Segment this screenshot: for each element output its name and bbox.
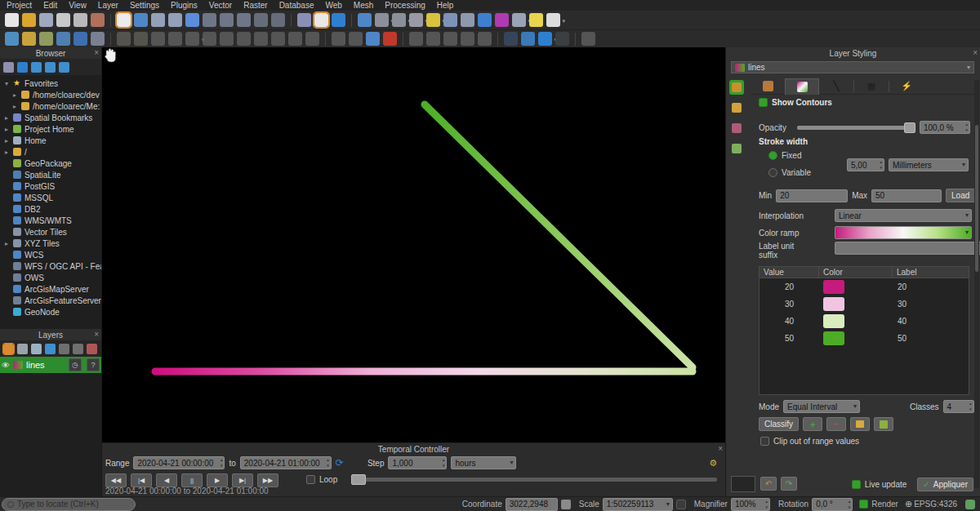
- extents-toggle-icon[interactable]: [561, 500, 571, 509]
- toggle-editing-icon[interactable]: [117, 32, 131, 46]
- skip-start-button[interactable]: |◀: [131, 473, 152, 487]
- range-end-input[interactable]: 2020-04-21 01:00:00: [240, 456, 332, 469]
- layout-manager-icon[interactable]: [74, 13, 87, 27]
- opacity-input[interactable]: 100,0 %: [920, 121, 970, 134]
- new-spatialite-layer-icon[interactable]: [39, 32, 53, 46]
- delete-selected-icon[interactable]: [220, 32, 234, 46]
- notes-indicator-icon[interactable]: ?: [87, 358, 100, 371]
- crs-value[interactable]: EPSG:4326: [914, 500, 957, 509]
- browser-item-ows[interactable]: OWS: [0, 272, 101, 283]
- add-group-icon[interactable]: [17, 344, 28, 354]
- browser-item-geopackage[interactable]: GeoPackage: [0, 158, 101, 169]
- select-features-icon[interactable]: ▾: [375, 13, 389, 27]
- expand-all-icon[interactable]: [73, 344, 83, 354]
- play-button[interactable]: ▶: [207, 473, 228, 487]
- 3d-view-tab[interactable]: [729, 100, 744, 115]
- temporal-settings-gear-icon[interactable]: ⚙: [709, 458, 717, 469]
- menu-view[interactable]: View: [69, 1, 87, 10]
- opacity-slider[interactable]: [797, 126, 915, 130]
- effects-tab[interactable]: ⚡: [889, 78, 924, 95]
- identify-features-icon[interactable]: [358, 13, 372, 27]
- browser-item-wfs-ogc-api-featu[interactable]: WFS / OGC API - Featu: [0, 260, 101, 272]
- map-canvas[interactable]: [102, 47, 725, 442]
- step-input[interactable]: 1,000: [388, 456, 447, 469]
- open-classes-file-button[interactable]: [850, 417, 870, 431]
- help-icon[interactable]: [581, 32, 595, 46]
- undo-icon[interactable]: [288, 32, 302, 46]
- new-virtual-layer-icon[interactable]: [56, 32, 70, 46]
- refresh-map-icon[interactable]: [332, 13, 345, 27]
- browser-item-project-home[interactable]: ▸Project Home: [0, 123, 101, 135]
- menu-plugins[interactable]: Plugins: [171, 1, 198, 10]
- coordinate-input[interactable]: 3022,2948: [506, 498, 558, 511]
- gradient-renderer-tab[interactable]: [785, 78, 819, 95]
- expander-icon[interactable]: ▾: [3, 80, 10, 87]
- layers-close-icon[interactable]: ×: [94, 330, 99, 339]
- locate-input[interactable]: Type to locate (Ctrl+K): [2, 498, 136, 511]
- expander-icon[interactable]: ▸: [3, 114, 10, 122]
- menu-edit[interactable]: Edit: [43, 1, 57, 10]
- expander-icon[interactable]: ▸: [11, 91, 18, 99]
- width-input[interactable]: 5,00: [847, 158, 884, 171]
- map-tips-icon[interactable]: [529, 13, 543, 27]
- remove-class-button[interactable]: −: [826, 417, 846, 431]
- width-unit-combo[interactable]: Millimeters: [889, 158, 969, 171]
- copy-features-icon[interactable]: [254, 32, 268, 46]
- class-row-50[interactable]: 5050: [760, 330, 969, 347]
- tools-tab[interactable]: [751, 78, 785, 95]
- menu-mesh[interactable]: Mesh: [354, 1, 373, 10]
- refresh-range-icon[interactable]: ⟳: [336, 457, 344, 469]
- symbology-tab[interactable]: [729, 80, 744, 95]
- new-shapefile-layer-icon[interactable]: [22, 32, 36, 46]
- temporal-slider-handle[interactable]: [351, 474, 366, 485]
- collapse-all-icon[interactable]: [45, 62, 56, 73]
- add-class-button[interactable]: ＋: [803, 417, 822, 431]
- browser-item-vector-tiles[interactable]: Vector Tiles: [0, 226, 101, 238]
- zoom-in-icon[interactable]: [151, 13, 165, 27]
- menu-web[interactable]: Web: [325, 1, 341, 10]
- select-by-form-icon[interactable]: ▾: [409, 13, 423, 27]
- processing-toolbox-icon[interactable]: [478, 13, 492, 27]
- remove-layer-icon[interactable]: [87, 344, 97, 354]
- expander-icon[interactable]: ▸: [3, 240, 10, 247]
- scale-combo[interactable]: 1:502259113: [603, 498, 673, 511]
- browser-item-home[interactable]: ▸Home: [0, 135, 101, 146]
- paste-features-icon[interactable]: [271, 32, 285, 46]
- cut-features-icon[interactable]: [237, 32, 251, 46]
- load-button[interactable]: Load: [946, 189, 975, 202]
- measure-icon[interactable]: ▾: [512, 13, 526, 27]
- temporal-controller-icon[interactable]: [314, 13, 328, 27]
- class-color-chip[interactable]: [823, 331, 844, 345]
- digitize-icon[interactable]: [151, 32, 165, 46]
- expander-icon[interactable]: ▸: [11, 103, 18, 110]
- save-layer-edits-icon[interactable]: [134, 32, 148, 46]
- class-color-chip[interactable]: [823, 297, 844, 311]
- clip-checkbox[interactable]: [760, 437, 769, 446]
- step-back-button[interactable]: ◀: [156, 473, 177, 487]
- line-tab[interactable]: ╲: [819, 78, 853, 95]
- temporal-slider[interactable]: [351, 478, 717, 482]
- new-temporary-scratch-layer-icon[interactable]: [91, 32, 105, 46]
- properties-widget-icon[interactable]: [59, 62, 69, 73]
- browser-item-postgis[interactable]: PostGIS: [0, 180, 101, 192]
- variable-radio[interactable]: [768, 168, 777, 177]
- class-color-chip[interactable]: [823, 280, 844, 294]
- filter-by-expression-icon[interactable]: [59, 344, 69, 354]
- manage-map-themes-icon[interactable]: [31, 344, 42, 354]
- new-print-layout-icon[interactable]: [56, 13, 70, 27]
- browser-item--home-cloarec-dev[interactable]: ▸/home/cloarec/dev: [0, 89, 101, 100]
- value-column-header[interactable]: Value: [760, 267, 819, 278]
- layer-labeling-icon[interactable]: [366, 32, 380, 46]
- class-row-20[interactable]: 2020: [760, 278, 969, 295]
- menu-help[interactable]: Help: [437, 1, 454, 10]
- deselect-features-icon[interactable]: ▾: [392, 13, 406, 27]
- browser-item--[interactable]: ▸/: [0, 146, 101, 158]
- style-undo-button[interactable]: ↶: [760, 477, 777, 491]
- new-geopackage-layer-icon[interactable]: [5, 32, 19, 46]
- classes-input[interactable]: 4: [943, 400, 974, 413]
- browser-item--home-cloarec-me-[interactable]: ▸/home/cloarec/Me:: [0, 100, 101, 112]
- statistics-icon[interactable]: [495, 13, 509, 27]
- new-project-icon[interactable]: [5, 13, 19, 27]
- rewind-button[interactable]: ◀◀: [105, 473, 127, 487]
- expander-icon[interactable]: ▸: [3, 137, 10, 144]
